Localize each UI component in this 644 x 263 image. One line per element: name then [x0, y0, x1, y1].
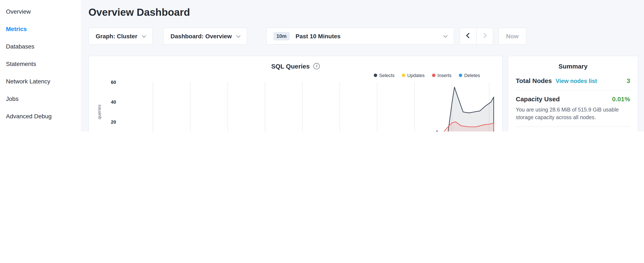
summary-row-head: Capacity Used0.01%: [516, 95, 630, 103]
chart-title-row: SQL Queries i: [95, 63, 496, 70]
summary-row-capacity-used: Capacity Used0.01%You are using 28.6 MiB…: [516, 90, 630, 127]
time-back-button[interactable]: [460, 28, 477, 45]
legend-dot-icon: [374, 74, 377, 77]
chart-svg: 16:3816:3916:4016:4116:4216:4316:4416:45…: [95, 79, 497, 132]
summary-row-label: Capacity Used: [516, 95, 560, 103]
app-window: OverviewMetricsDatabasesStatementsNetwor…: [0, 0, 644, 132]
summary-row-left: Total NodesView nodes list: [516, 77, 597, 85]
svg-text:60: 60: [111, 80, 116, 85]
sidebar-item-network-latency[interactable]: Network Latency: [0, 73, 81, 90]
summary-rows: Total NodesView nodes list3Capacity Used…: [516, 72, 630, 132]
legend-label: Selects: [379, 73, 394, 78]
sidebar-item-metrics[interactable]: Metrics: [0, 21, 81, 38]
dashboard-dropdown[interactable]: Dashboard: Overview: [163, 28, 247, 45]
view-nodes-list-link[interactable]: View nodes list: [556, 78, 597, 84]
summary-row-description: You are using 28.6 MiB of 515.9 GiB usab…: [516, 106, 630, 122]
info-icon[interactable]: i: [314, 63, 320, 69]
charts-column: SQL Queries i SelectsUpdatesInsertsDelet…: [88, 56, 502, 132]
legend-dot-icon: [432, 74, 435, 77]
time-forward-button[interactable]: [476, 28, 493, 45]
time-range-selector[interactable]: 10m Past 10 Minutes: [266, 28, 454, 45]
legend-label: Updates: [407, 73, 424, 78]
summary-row-label: Total Nodes: [516, 77, 552, 84]
sidebar-item-advanced-debug[interactable]: Advanced Debug: [0, 108, 81, 125]
graph-dropdown-label: Graph: Cluster: [96, 33, 137, 40]
legend-item-inserts[interactable]: Inserts: [432, 73, 451, 78]
sql-queries-chart-card: SQL Queries i SelectsUpdatesInsertsDelet…: [88, 56, 502, 132]
now-button[interactable]: Now: [498, 28, 526, 45]
chart-plot: 16:3816:3916:4016:4116:4216:4316:4416:45…: [95, 79, 496, 132]
side-column: Summary Total NodesView nodes list3Capac…: [508, 56, 638, 132]
summary-title: Summary: [516, 63, 630, 70]
toolbar: Graph: Cluster Dashboard: Overview 10m P…: [88, 28, 638, 45]
summary-row-left: Capacity Used: [516, 95, 560, 103]
legend-item-deletes[interactable]: Deletes: [458, 73, 480, 78]
legend-label: Deletes: [464, 73, 480, 78]
sidebar-item-jobs[interactable]: Jobs: [0, 90, 81, 108]
chart-title: SQL Queries: [271, 63, 310, 70]
chevron-left-icon: [466, 33, 471, 38]
svg-text:40: 40: [111, 99, 116, 105]
chart-legend: SelectsUpdatesInsertsDeletes: [95, 73, 480, 78]
summary-panel: Summary Total NodesView nodes list3Capac…: [508, 56, 638, 132]
chevron-right-icon: [481, 33, 487, 38]
legend-item-updates[interactable]: Updates: [402, 73, 424, 78]
dashboard-content: SQL Queries i SelectsUpdatesInsertsDelet…: [88, 56, 638, 132]
chevron-down-icon: [236, 33, 240, 38]
legend-dot-icon: [402, 74, 405, 77]
summary-row-value: 3: [626, 77, 630, 84]
dashboard-dropdown-label: Dashboard: Overview: [170, 33, 232, 40]
page-title: Overview Dashboard: [88, 7, 638, 18]
sidebar-item-databases[interactable]: Databases: [0, 38, 81, 55]
sidebar-nav: OverviewMetricsDatabasesStatementsNetwor…: [0, 0, 81, 132]
main-content: Overview Dashboard Graph: Cluster Dashbo…: [81, 0, 644, 132]
time-range-label: Past 10 Minutes: [296, 33, 444, 40]
svg-text:20: 20: [111, 119, 116, 125]
summary-row-head: Total NodesView nodes list3: [516, 77, 630, 85]
time-range-badge: 10m: [274, 32, 290, 41]
summary-row-unavailable-ranges: Unavailable ranges0: [516, 127, 630, 132]
legend-item-selects[interactable]: Selects: [374, 73, 394, 78]
summary-row-total-nodes: Total NodesView nodes list3: [516, 72, 630, 90]
summary-row-value: 0.01%: [612, 95, 630, 103]
legend-dot-icon: [458, 74, 462, 77]
sidebar-item-statements[interactable]: Statements: [0, 55, 81, 73]
chevron-down-icon: [142, 33, 146, 38]
time-step-buttons: [460, 28, 493, 45]
legend-label: Inserts: [437, 73, 451, 78]
graph-dropdown[interactable]: Graph: Cluster: [88, 28, 153, 45]
svg-text:queries: queries: [97, 105, 102, 119]
chevron-down-icon: [443, 33, 448, 38]
sidebar-item-overview[interactable]: Overview: [0, 3, 81, 21]
